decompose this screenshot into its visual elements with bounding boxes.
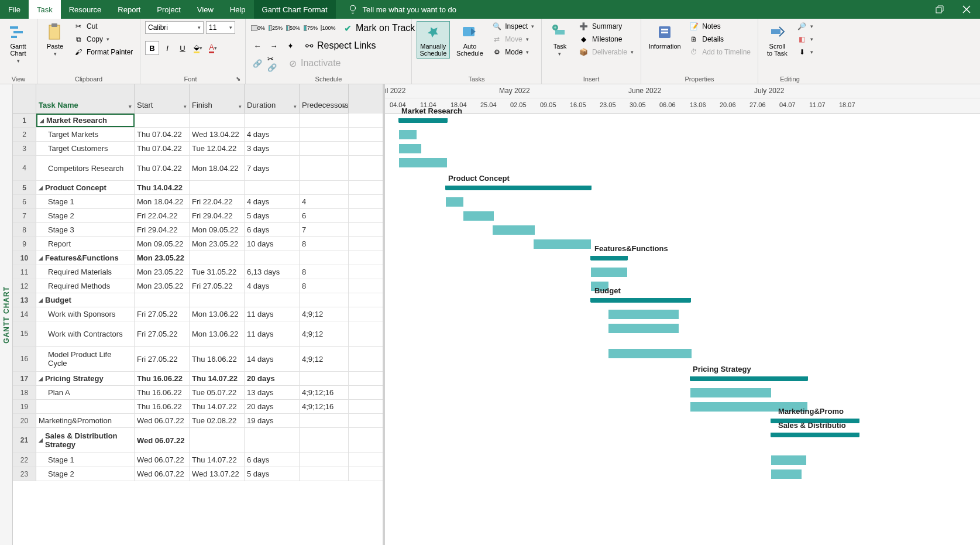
underline-button[interactable]: U <box>176 41 190 55</box>
collapse-icon[interactable]: ◢ <box>39 297 43 303</box>
duration-cell[interactable]: 4 days <box>245 195 300 208</box>
table-row[interactable]: 19Thu 16.06.22Thu 14.07.2220 days4;9;12;… <box>13 400 383 414</box>
row-number[interactable]: 15 <box>13 321 36 346</box>
task-bar[interactable] <box>771 455 806 465</box>
task-bar[interactable] <box>591 268 627 277</box>
restore-button[interactable] <box>926 0 953 19</box>
chevron-down-icon[interactable]: ▾ <box>294 104 297 109</box>
finish-cell[interactable]: Fri 22.04.22 <box>190 195 245 208</box>
start-cell[interactable]: Thu 07.04.22 <box>135 156 190 180</box>
row-number[interactable]: 7 <box>13 209 36 222</box>
task-bar[interactable] <box>399 130 417 139</box>
row-number[interactable]: 16 <box>13 347 36 371</box>
table-row[interactable]: 17◢Pricing StrategyThu 16.06.22Thu 14.07… <box>13 372 383 386</box>
row-number[interactable]: 6 <box>13 195 36 208</box>
start-cell[interactable]: Thu 14.04.22 <box>135 181 190 194</box>
inactivate-button[interactable]: ⊘Inactivate <box>286 57 343 69</box>
font-color-button[interactable]: A▾ <box>206 41 220 55</box>
task-name-cell[interactable]: Report <box>36 237 135 251</box>
finish-cell[interactable] <box>190 181 245 194</box>
duration-cell[interactable]: 20 days <box>245 400 300 413</box>
start-cell[interactable]: Mon 23.05.22 <box>135 279 190 293</box>
predecessors-cell[interactable] <box>300 372 349 385</box>
row-number[interactable]: 17 <box>13 372 36 385</box>
duration-cell[interactable] <box>245 114 300 127</box>
summary-bar[interactable] <box>771 433 859 437</box>
gantt-chart-button[interactable]: Gantt Chart ▾ <box>5 21 32 66</box>
start-cell[interactable]: Thu 16.06.22 <box>135 372 190 385</box>
font-dialog-launcher[interactable]: ⬊ <box>236 76 240 82</box>
predecessors-cell[interactable]: 6 <box>300 209 349 222</box>
start-cell[interactable]: Mon 09.05.22 <box>135 237 190 251</box>
row-number[interactable]: 14 <box>13 307 36 321</box>
start-cell[interactable]: Fri 27.05.22 <box>135 347 190 371</box>
collapse-icon[interactable]: ◢ <box>39 437 43 443</box>
scroll-to-task-button[interactable]: Scroll to Task <box>763 21 792 59</box>
finish-cell[interactable]: Mon 18.04.22 <box>190 156 245 180</box>
finish-cell[interactable] <box>190 293 245 307</box>
pct-100-button[interactable]: 100% <box>321 21 336 35</box>
start-cell[interactable]: Mon 23.05.22 <box>135 265 190 279</box>
task-bar[interactable] <box>399 158 447 167</box>
view-label-strip[interactable]: GANTT CHART <box>0 84 13 545</box>
table-row[interactable]: 4Competitors ResearchThu 07.04.22Mon 18.… <box>13 156 383 181</box>
unlink-tasks-button[interactable]: ✂🔗 <box>267 56 281 70</box>
predecessors-cell[interactable]: 4;9;12;16 <box>300 386 349 399</box>
row-number[interactable]: 10 <box>13 251 36 265</box>
add-to-timeline-button[interactable]: ⏱Add to Timeline <box>687 47 753 57</box>
task-name-cell[interactable]: Work with Contractors <box>36 321 135 346</box>
predecessors-cell[interactable]: 8 <box>300 237 349 251</box>
task-name-cell[interactable]: Work with Sponsors <box>36 307 135 321</box>
finish-cell[interactable]: Thu 14.07.22 <box>190 453 245 467</box>
table-row[interactable]: 1◢Market Research <box>13 114 383 128</box>
table-row[interactable]: 9ReportMon 09.05.22Mon 23.05.2210 days8 <box>13 237 383 251</box>
duration-cell[interactable] <box>245 428 300 453</box>
task-name-cell[interactable]: Required Materials <box>36 265 135 279</box>
row-number[interactable]: 11 <box>13 265 36 279</box>
finish-cell[interactable]: Fri 29.04.22 <box>190 209 245 222</box>
predecessors-cell[interactable] <box>300 414 349 427</box>
task-name-cell[interactable]: Plan A <box>36 386 135 399</box>
row-number[interactable]: 1 <box>13 114 36 127</box>
task-bar[interactable] <box>690 388 771 397</box>
predecessors-cell[interactable] <box>300 142 349 155</box>
auto-schedule-button[interactable]: Auto Schedule <box>453 21 487 59</box>
table-row[interactable]: 13◢Budget <box>13 293 383 307</box>
duration-cell[interactable]: 4 days <box>245 128 300 141</box>
task-bar[interactable] <box>771 469 802 479</box>
task-name-cell[interactable]: Stage 1 <box>36 195 135 208</box>
duration-cell[interactable]: 5 days <box>245 467 300 481</box>
table-row[interactable]: 12Required MethodsMon 23.05.22Fri 27.05.… <box>13 279 383 293</box>
finish-cell[interactable]: Thu 16.06.22 <box>190 347 245 371</box>
table-row[interactable]: 20Marketing&PromotionWed 06.07.22Tue 02.… <box>13 414 383 428</box>
task-bar[interactable] <box>399 144 421 153</box>
outdent-button[interactable]: ← <box>250 39 264 53</box>
col-duration[interactable]: Duration▾ <box>245 84 300 114</box>
details-button[interactable]: 🗎Details <box>687 34 753 44</box>
task-bar[interactable] <box>608 310 679 319</box>
tab-project[interactable]: Project <box>149 0 188 19</box>
duration-cell[interactable]: 6 days <box>245 453 300 467</box>
row-number[interactable]: 4 <box>13 156 36 180</box>
fill-button[interactable]: ⬇▾ <box>795 47 816 57</box>
predecessors-cell[interactable] <box>300 467 349 481</box>
task-bar[interactable] <box>463 211 494 221</box>
row-number[interactable]: 18 <box>13 386 36 399</box>
table-row[interactable]: 3Target CustomersThu 07.04.22Tue 12.04.2… <box>13 142 383 156</box>
task-name-cell[interactable]: ◢Product Concept <box>36 181 135 194</box>
duration-cell[interactable]: 11 days <box>245 321 300 346</box>
predecessors-cell[interactable]: 8 <box>300 279 349 293</box>
predecessors-cell[interactable] <box>300 428 349 453</box>
italic-button[interactable]: I <box>160 41 174 55</box>
row-number[interactable]: 21 <box>13 428 36 453</box>
start-cell[interactable]: Wed 06.07.22 <box>135 414 190 427</box>
font-name-select[interactable]: Calibri▾ <box>145 21 204 34</box>
task-bar[interactable] <box>446 197 463 207</box>
finish-cell[interactable]: Tue 31.05.22 <box>190 265 245 279</box>
table-row[interactable]: 2Target MarketsThu 07.04.22Wed 13.04.224… <box>13 128 383 142</box>
duration-cell[interactable]: 4 days <box>245 279 300 293</box>
predecessors-cell[interactable]: 4;9;12 <box>300 307 349 321</box>
table-row[interactable]: 18Plan AThu 16.06.22Tue 05.07.2213 days4… <box>13 386 383 400</box>
predecessors-cell[interactable]: 4;9;12 <box>300 321 349 346</box>
start-cell[interactable]: Fri 27.05.22 <box>135 321 190 346</box>
